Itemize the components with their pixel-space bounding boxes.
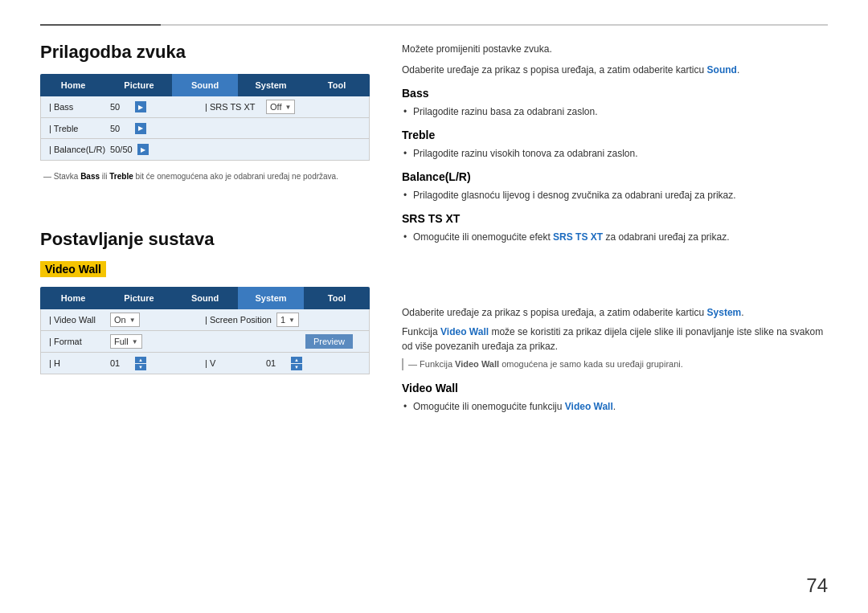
srs-dropdown[interactable]: Off ▼ bbox=[266, 100, 295, 114]
subsection-videowall: Video Wall bbox=[402, 382, 828, 394]
srs-cell: | SRS TS XT Off ▼ bbox=[205, 100, 361, 114]
screenpos-value: 1 bbox=[280, 315, 285, 325]
v-value: 01 bbox=[266, 358, 286, 368]
menu-item-home[interactable]: Home bbox=[40, 74, 106, 96]
table-row: | Bass 50 ▶ | SRS TS XT Off ▼ bbox=[41, 96, 369, 118]
treble-value: 50 bbox=[110, 124, 130, 133]
page-number: 74 bbox=[806, 574, 828, 597]
videowall-dropdown[interactable]: On ▼ bbox=[110, 313, 140, 327]
bass-value: 50 bbox=[110, 102, 130, 112]
h-label: | H bbox=[49, 358, 105, 368]
right-intro2-link: Sound bbox=[707, 64, 737, 76]
right-bottom-intro2: Funkcija Video Wall može se koristiti za… bbox=[402, 325, 828, 353]
dropdown-arrow4-icon: ▼ bbox=[132, 338, 138, 345]
menu-item-picture[interactable]: Picture bbox=[106, 74, 172, 96]
vw-intro-link: Video Wall bbox=[440, 326, 489, 337]
bass-bullet: Prilagodite razinu basa za odabrani zasl… bbox=[402, 104, 828, 119]
srs-bullet: Omogućite ili onemogućite efekt SRS TS X… bbox=[402, 230, 828, 244]
table-row: | Treble 50 ▶ bbox=[41, 118, 369, 139]
system-intro-link: System bbox=[707, 307, 742, 318]
v-down-arrow[interactable]: ▼ bbox=[291, 364, 302, 370]
section-title-system: Postavljanje sustava bbox=[40, 229, 370, 250]
v-cell: | V 01 ▲ ▼ bbox=[205, 357, 361, 370]
preview-button[interactable]: Preview bbox=[305, 334, 353, 349]
vw-bullet-pre: Omogućite ili onemogućite funkciju bbox=[413, 401, 565, 412]
videowall-value: On bbox=[114, 315, 126, 325]
treble-arrow[interactable]: ▶ bbox=[135, 123, 146, 134]
system-intro-post: . bbox=[741, 307, 743, 318]
h-cell: | H 01 ▲ ▼ bbox=[49, 357, 205, 370]
srs-label: | SRS TS XT bbox=[205, 102, 261, 112]
format-label: | Format bbox=[49, 337, 105, 346]
balance-cell: | Balance(L/R) 50/50 ▶ bbox=[49, 144, 205, 155]
videowall-cell: | Video Wall On ▼ bbox=[49, 313, 205, 327]
right-bottom-intro1: Odaberite uređaje za prikaz s popisa ure… bbox=[402, 305, 828, 320]
bass-cell: | Bass 50 ▶ bbox=[49, 101, 205, 112]
subsection-balance: Balance(L/R) bbox=[402, 170, 828, 183]
format-cell: | Format Full ▼ bbox=[49, 334, 201, 349]
balance-value: 50/50 bbox=[110, 145, 133, 154]
menu-item2-system[interactable]: System bbox=[238, 287, 304, 309]
balance-bullet: Prilagodite glasnoću lijevog i desnog zv… bbox=[402, 188, 828, 202]
dropdown-arrow2-icon: ▼ bbox=[129, 317, 136, 324]
sound-footnote: — Stavka Bass ili Treble bit će onemoguć… bbox=[40, 172, 370, 181]
preview-cell: Preview bbox=[201, 334, 361, 349]
system-settings-table: | Video Wall On ▼ | Screen Position 1 ▼ bbox=[40, 309, 370, 374]
format-dropdown[interactable]: Full ▼ bbox=[110, 334, 142, 349]
screenpos-dropdown[interactable]: 1 ▼ bbox=[276, 313, 299, 327]
balance-arrow[interactable]: ▶ bbox=[137, 144, 149, 155]
right-column: Možete promijeniti postavke zvuka. Odabe… bbox=[386, 42, 828, 589]
bass-arrow[interactable]: ▶ bbox=[135, 101, 146, 112]
vw-note-bold: Video Wall bbox=[455, 359, 499, 369]
sound-settings-table: | Bass 50 ▶ | SRS TS XT Off ▼ bbox=[40, 96, 370, 161]
menu-item2-sound[interactable]: Sound bbox=[172, 287, 238, 309]
left-column: Prilagodba zvuka Home Picture Sound Syst… bbox=[40, 42, 386, 589]
subsection-treble: Treble bbox=[402, 129, 828, 141]
treble-cell: | Treble 50 ▶ bbox=[49, 123, 205, 134]
bass-bold: Bass bbox=[80, 172, 100, 181]
h-value: 01 bbox=[110, 358, 130, 368]
format-value: Full bbox=[114, 337, 129, 346]
right-bottom-section: Odaberite uređaje za prikaz s popisa ure… bbox=[402, 305, 828, 414]
table-row: | Balance(L/R) 50/50 ▶ bbox=[41, 139, 369, 160]
menu-item2-home[interactable]: Home bbox=[40, 287, 106, 309]
videowall-bullet: Omogućite ili onemogućite funkciju Video… bbox=[402, 399, 828, 414]
menu-item-tool[interactable]: Tool bbox=[304, 74, 370, 96]
menu-item-system[interactable]: System bbox=[238, 74, 304, 96]
right-intro2-post: . bbox=[737, 64, 739, 76]
srs-link: SRS TS XT bbox=[553, 231, 603, 243]
section-title-sound: Prilagodba zvuka bbox=[40, 42, 370, 63]
h-down-arrow[interactable]: ▼ bbox=[135, 364, 146, 370]
vw-bullet-post: . bbox=[613, 401, 616, 412]
v-up-arrow[interactable]: ▲ bbox=[291, 357, 302, 363]
table-row: | H 01 ▲ ▼ | V 01 ▲ ▼ bbox=[41, 353, 369, 374]
srs-value: Off bbox=[270, 102, 281, 112]
right-intro1: Možete promijeniti postavke zvuka. bbox=[402, 42, 828, 56]
right-gap bbox=[402, 247, 828, 267]
menu-item-sound[interactable]: Sound bbox=[172, 74, 238, 96]
treble-label: | Treble bbox=[49, 124, 105, 133]
menu-item2-tool[interactable]: Tool bbox=[304, 287, 370, 309]
right-gap3 bbox=[402, 286, 828, 305]
subsection-bass: Bass bbox=[402, 87, 828, 100]
section-divider bbox=[40, 181, 370, 205]
table-row: | Video Wall On ▼ | Screen Position 1 ▼ bbox=[41, 309, 369, 331]
h-up-arrow[interactable]: ▲ bbox=[135, 357, 146, 363]
screenpos-cell: | Screen Position 1 ▼ bbox=[205, 313, 361, 327]
right-gap2 bbox=[402, 267, 828, 286]
menu-bar-system: Home Picture Sound System Tool bbox=[40, 287, 370, 309]
subsection-srs: SRS TS XT bbox=[402, 212, 828, 225]
section-divider2 bbox=[40, 205, 370, 229]
right-intro2: Odaberite uređaje za prikaz s popisa ure… bbox=[402, 63, 828, 77]
treble-bold: Treble bbox=[109, 172, 133, 181]
menu-item2-picture[interactable]: Picture bbox=[106, 287, 172, 309]
video-wall-highlight: Video Wall bbox=[40, 261, 106, 277]
menu-bar-sound: Home Picture Sound System Tool bbox=[40, 74, 370, 96]
treble-bullet: Prilagodite razinu visokih tonova za oda… bbox=[402, 146, 828, 161]
top-rule bbox=[40, 24, 828, 26]
system-intro-pre: Odaberite uređaje za prikaz s popisa ure… bbox=[402, 307, 707, 318]
dropdown-arrow-icon: ▼ bbox=[285, 104, 291, 111]
dropdown-arrow3-icon: ▼ bbox=[289, 317, 295, 324]
vw-bullet-link: Video Wall bbox=[565, 401, 613, 412]
vw-note: ― Funkcija Video Wall omogućena je samo … bbox=[402, 358, 828, 370]
